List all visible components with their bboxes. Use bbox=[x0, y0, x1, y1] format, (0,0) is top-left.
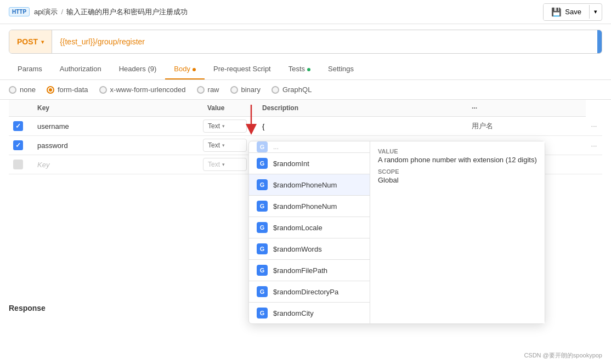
type-chevron-icon: ▾ bbox=[222, 123, 225, 129]
tab-authorization[interactable]: Authorization bbox=[51, 59, 110, 79]
body-option-graphql[interactable]: GraphQL bbox=[271, 86, 312, 94]
url-input[interactable] bbox=[52, 37, 597, 46]
body-option-none[interactable]: none bbox=[9, 86, 36, 94]
save-button[interactable]: 💾 Save bbox=[544, 4, 589, 20]
row1-check-cell: ✓ bbox=[9, 117, 31, 136]
dropdown-item[interactable]: G $randomInt bbox=[249, 153, 370, 174]
g-badge-icon: G bbox=[257, 222, 268, 233]
info-scope-row: SCOPE Global bbox=[378, 168, 537, 184]
body-option-raw[interactable]: raw bbox=[197, 86, 219, 94]
row1-key-value: username bbox=[37, 122, 69, 130]
tab-params[interactable]: Params bbox=[9, 59, 51, 79]
autocomplete-dropdown: G ... G $randomInt G $randomPhoneNum G $… bbox=[248, 141, 545, 324]
method-chevron-icon: ▾ bbox=[41, 39, 44, 45]
row3-type-select[interactable]: Text ▾ bbox=[203, 158, 247, 171]
dropdown-item-label: $randomPhoneNum bbox=[273, 202, 337, 211]
body-dot bbox=[193, 68, 196, 71]
row1-type-label: Text bbox=[208, 122, 220, 130]
row2-type-cell: Text ▾ bbox=[201, 136, 256, 155]
save-button-group[interactable]: 💾 Save ▾ bbox=[543, 3, 602, 21]
row2-more[interactable]: ··· bbox=[586, 136, 602, 155]
info-scope-label: SCOPE bbox=[378, 168, 537, 175]
table-area: Key Value Description ··· ✓ username bbox=[0, 100, 611, 174]
dropdown-item[interactable]: G $randomFilePath bbox=[249, 260, 370, 281]
g-badge-icon: G bbox=[257, 243, 268, 254]
body-option-urlencoded[interactable]: x-www-form-urlencoded bbox=[99, 86, 186, 94]
radio-graphql[interactable] bbox=[271, 86, 279, 94]
dropdown-item-label: ... bbox=[273, 143, 279, 151]
row3-checkbox[interactable] bbox=[13, 160, 23, 169]
g-badge-icon: G bbox=[257, 265, 268, 276]
dropdown-item-label: $randomFilePath bbox=[273, 266, 327, 275]
row2-checkbox[interactable]: ✓ bbox=[13, 140, 23, 150]
tab-body[interactable]: Body bbox=[165, 59, 205, 79]
row1-type-select[interactable]: Text ▾ bbox=[203, 120, 247, 133]
checkmark-icon: ✓ bbox=[15, 122, 21, 130]
send-button[interactable] bbox=[597, 30, 602, 53]
row3-key-cell: Key bbox=[31, 155, 201, 174]
row1-description: 用户名 bbox=[472, 122, 493, 130]
dropdown-item[interactable]: G $randomPhoneNum bbox=[249, 196, 370, 217]
breadcrumb-api[interactable]: api演示 bbox=[34, 7, 58, 17]
radio-form-data[interactable] bbox=[47, 86, 54, 94]
dropdown-item[interactable]: G $randomLocale bbox=[249, 217, 370, 238]
save-dropdown-arrow[interactable]: ▾ bbox=[589, 5, 602, 19]
save-label: Save bbox=[565, 8, 581, 16]
dropdown-info-panel: VALUE A random phone number with extensi… bbox=[370, 141, 545, 323]
dropdown-item[interactable]: G ... bbox=[249, 141, 370, 152]
breadcrumb: api演示 / 输入正确的用户名和密码用户注册成功 bbox=[34, 7, 188, 17]
dropdown-item-label: $randomLocale bbox=[273, 224, 323, 232]
row2-key-value: password bbox=[37, 141, 68, 150]
save-icon: 💾 bbox=[551, 7, 562, 17]
g-badge-icon: G bbox=[257, 141, 268, 152]
dropdown-item-label: $randomWords bbox=[273, 245, 322, 253]
row3-more[interactable] bbox=[586, 155, 602, 174]
method-button[interactable]: POST ▾ bbox=[9, 30, 52, 53]
dropdown-item[interactable]: G $randomDirectoryPa bbox=[249, 281, 370, 302]
g-badge-icon: G bbox=[257, 286, 268, 297]
radio-raw[interactable] bbox=[197, 86, 205, 94]
g-badge-icon: G bbox=[257, 158, 268, 169]
info-value-row: VALUE A random phone number with extensi… bbox=[378, 148, 537, 164]
row3-key-placeholder: Key bbox=[37, 161, 49, 169]
tabs: Params Authorization Headers (9) Body Pr… bbox=[0, 59, 611, 80]
row1-more[interactable]: ··· bbox=[586, 117, 602, 136]
tab-tests[interactable]: Tests bbox=[280, 59, 319, 79]
dropdown-item[interactable]: G $randomPhoneNum bbox=[249, 174, 370, 195]
method-label: POST bbox=[17, 37, 38, 46]
row3-type-cell: Text ▾ bbox=[201, 155, 256, 174]
row1-value-input[interactable] bbox=[262, 118, 459, 135]
row1-checkbox[interactable]: ✓ bbox=[13, 121, 23, 131]
breadcrumb-title: 输入正确的用户名和密码用户注册成功 bbox=[66, 7, 188, 17]
col-key: Key bbox=[31, 100, 201, 117]
tab-headers[interactable]: Headers (9) bbox=[110, 59, 166, 79]
row1-value-cell bbox=[256, 117, 465, 136]
top-bar: HTTP api演示 / 输入正确的用户名和密码用户注册成功 💾 Save ▾ bbox=[0, 0, 611, 24]
radio-urlencoded[interactable] bbox=[99, 86, 107, 94]
row2-check-cell: ✓ bbox=[9, 136, 31, 155]
row3-check-cell bbox=[9, 155, 31, 174]
dropdown-item-label: $randomDirectoryPa bbox=[273, 288, 338, 296]
row2-type-select[interactable]: Text ▾ bbox=[203, 139, 247, 152]
type-chevron-icon: ▾ bbox=[222, 162, 225, 167]
table-row: ✓ username Text ▾ 用户名 · bbox=[9, 117, 602, 136]
g-badge-icon: G bbox=[257, 179, 268, 190]
info-scope-text: Global bbox=[378, 176, 537, 184]
dropdown-list: G ... G $randomInt G $randomPhoneNum G $… bbox=[249, 141, 370, 323]
body-options: none form-data x-www-form-urlencoded raw… bbox=[0, 80, 611, 100]
tab-pre-request[interactable]: Pre-request Script bbox=[205, 59, 280, 79]
col-description: Description bbox=[256, 100, 465, 117]
breadcrumb-sep: / bbox=[61, 8, 63, 16]
tab-settings[interactable]: Settings bbox=[319, 59, 363, 79]
col-more: ··· bbox=[465, 100, 586, 117]
body-option-binary[interactable]: binary bbox=[230, 86, 261, 94]
radio-none[interactable] bbox=[9, 86, 16, 94]
dropdown-item[interactable]: G $randomCity bbox=[249, 303, 370, 323]
info-value-label: VALUE bbox=[378, 148, 537, 155]
info-value-text: A random phone number with extension (12… bbox=[378, 156, 537, 164]
type-chevron-icon: ▾ bbox=[222, 143, 225, 148]
body-option-form-data[interactable]: form-data bbox=[47, 86, 88, 94]
radio-binary[interactable] bbox=[230, 86, 238, 94]
dropdown-item[interactable]: G $randomWords bbox=[249, 238, 370, 259]
dropdown-item-label: $randomPhoneNum bbox=[273, 181, 337, 189]
